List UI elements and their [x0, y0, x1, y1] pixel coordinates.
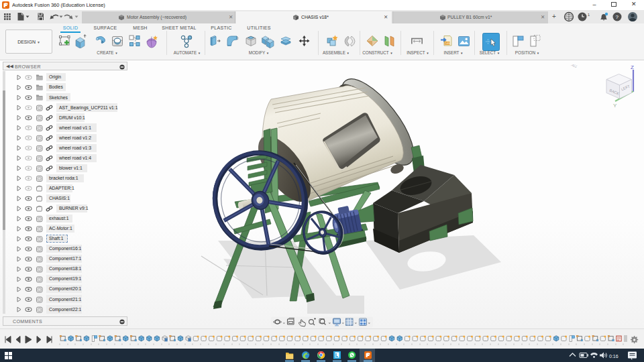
svg-text:0:16: 0:16: [609, 354, 619, 359]
